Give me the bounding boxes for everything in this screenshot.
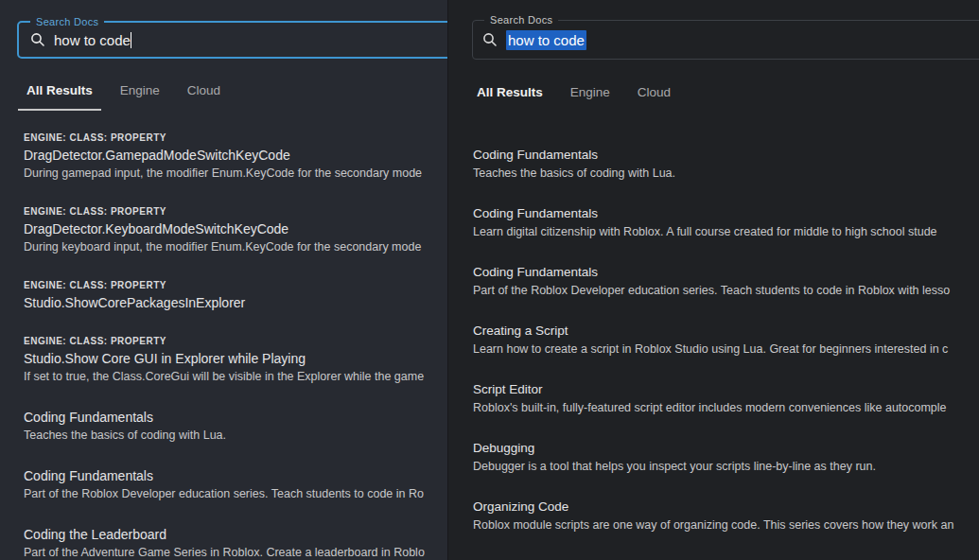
search-field-label: Search Docs	[484, 13, 558, 26]
search-results-list: Coding FundamentalsTeaches the basics of…	[448, 147, 979, 560]
result-category: ENGINE: CLASS: PROPERTY	[24, 205, 447, 219]
search-icon	[30, 32, 45, 47]
result-title: Coding Fundamentals	[473, 264, 979, 281]
text-caret	[131, 32, 131, 48]
search-field-label: Search Docs	[30, 15, 104, 28]
tab-cloud[interactable]: Cloud	[179, 83, 229, 111]
tab-all-results[interactable]: All Results	[468, 85, 551, 113]
result-description: During keyboard input, the modifier Enum…	[24, 239, 447, 255]
results-tab-bar: All Results Engine Cloud	[448, 85, 979, 113]
search-result-item[interactable]: Coding FundamentalsPart of the Roblox De…	[473, 264, 979, 299]
result-description: Roblox's built-in, fully-featured script…	[473, 400, 979, 416]
search-input[interactable]: Search Docs how to code	[17, 21, 447, 59]
result-category: ENGINE: CLASS: PROPERTY	[24, 279, 447, 292]
result-title: Script Editor	[473, 381, 979, 398]
result-description: Part of the Adventure Game Series in Rob…	[24, 545, 447, 560]
result-category: ENGINE: CLASS: PROPERTY	[24, 131, 447, 145]
result-title: Organizing Code	[473, 499, 979, 516]
search-result-item[interactable]: Creating a ScriptLearn how to create a s…	[473, 323, 979, 358]
result-title: Coding Fundamentals	[473, 147, 979, 164]
search-result-item[interactable]: Organizing CodeRoblox module scripts are…	[473, 499, 979, 534]
result-title: Creating a Script	[473, 323, 979, 340]
search-result-item[interactable]: ENGINE: CLASS: PROPERTYDragDetector.Game…	[24, 131, 447, 182]
search-result-item[interactable]: Coding FundamentalsPart of the Roblox De…	[24, 467, 447, 502]
result-description: Teaches the basics of coding with Lua.	[473, 166, 979, 182]
tab-all-results[interactable]: All Results	[18, 83, 101, 111]
result-title: Coding Fundamentals	[473, 205, 979, 222]
tab-engine[interactable]: Engine	[112, 83, 168, 111]
search-result-item[interactable]: DebuggingDebugger is a tool that helps y…	[473, 440, 979, 475]
result-description: Learn digital citizenship with Roblox. A…	[473, 224, 979, 240]
results-tab-bar: All Results Engine Cloud	[0, 83, 447, 111]
right-search-panel: Search Docs how to code All Results Engi…	[447, 0, 979, 560]
result-title: Coding the Leaderboard	[24, 526, 447, 543]
result-title: Studio.Show Core GUI in Explorer while P…	[24, 350, 447, 367]
search-result-item[interactable]: Script EditorRoblox's built-in, fully-fe…	[473, 381, 979, 416]
result-title: Studio.ShowCorePackagesInExplorer	[24, 294, 447, 311]
search-query-text-selected: how to code	[506, 30, 586, 50]
search-result-item[interactable]: Coding FundamentalsLearn digital citizen…	[473, 205, 979, 240]
search-result-item[interactable]: ENGINE: CLASS: PROPERTYStudio.ShowCorePa…	[24, 279, 447, 311]
tab-cloud[interactable]: Cloud	[629, 85, 679, 113]
search-query-text: how to code	[54, 32, 131, 48]
result-title: Coding Fundamentals	[24, 467, 447, 484]
result-category: ENGINE: CLASS: PROPERTY	[24, 335, 447, 348]
result-title: Coding Fundamentals	[24, 409, 447, 426]
search-result-item[interactable]: ENGINE: CLASS: PROPERTYStudio.Show Core …	[24, 335, 447, 385]
search-results-list: ENGINE: CLASS: PROPERTYDragDetector.Game…	[0, 131, 447, 560]
search-input[interactable]: Search Docs how to code	[472, 20, 979, 60]
result-description: If set to true, the Class.CoreGui will b…	[24, 369, 447, 385]
docs-search-comparison: Search Docs how to code All Results Engi…	[0, 0, 979, 560]
tab-engine[interactable]: Engine	[562, 85, 619, 113]
result-title: DragDetector.KeyboardModeSwitchKeyCode	[24, 220, 447, 237]
search-icon	[482, 32, 498, 47]
result-description: Learn how to create a script in Roblox S…	[473, 341, 979, 358]
result-title: Debugging	[473, 440, 979, 457]
result-description: Teaches the basics of coding with Lua.	[24, 428, 447, 444]
left-search-panel: Search Docs how to code All Results Engi…	[0, 0, 447, 560]
result-title: DragDetector.GamepadModeSwitchKeyCode	[24, 147, 447, 164]
result-description: During gamepad input, the modifier Enum.…	[24, 166, 447, 182]
search-result-item[interactable]: ENGINE: CLASS: PROPERTYDragDetector.Keyb…	[24, 205, 447, 255]
search-result-item[interactable]: Coding FundamentalsTeaches the basics of…	[473, 147, 979, 182]
search-result-item[interactable]: Coding the LeaderboardPart of the Advent…	[24, 526, 447, 560]
result-description: Debugger is a tool that helps you inspec…	[473, 459, 979, 475]
result-description: Roblox module scripts are one way of org…	[473, 517, 979, 534]
result-description: Part of the Roblox Developer education s…	[473, 283, 979, 299]
search-result-item[interactable]: Coding FundamentalsTeaches the basics of…	[24, 409, 447, 444]
result-description: Part of the Roblox Developer education s…	[24, 486, 447, 502]
